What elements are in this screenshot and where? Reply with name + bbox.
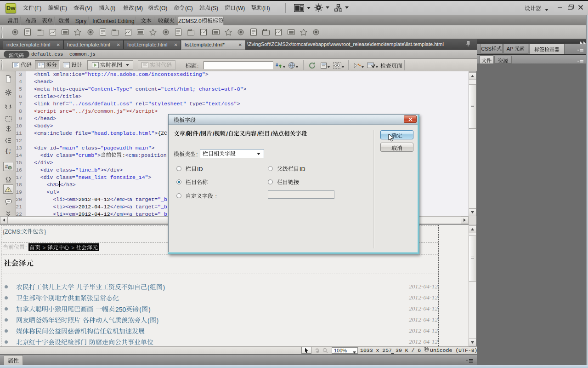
svg-text:{;}: {;} bbox=[5, 148, 12, 154]
svg-text:#: # bbox=[5, 164, 8, 169]
